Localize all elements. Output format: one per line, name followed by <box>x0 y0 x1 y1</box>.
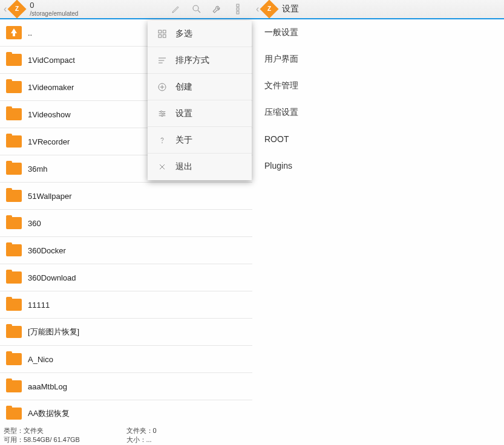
settings-item[interactable]: 一般设置 <box>252 19 504 46</box>
settings-item[interactable]: ROOT <box>252 126 504 152</box>
toolbar <box>168 1 250 18</box>
status-free-label: 可用： <box>4 436 24 443</box>
status-free-value: 58.54GB/ 61.47GB <box>24 436 80 443</box>
list-item[interactable]: 360Download <box>0 264 252 291</box>
menu-dots-icon[interactable] <box>229 1 246 18</box>
list-item[interactable]: aaaMtbLog <box>0 373 252 400</box>
folder-icon <box>6 135 22 148</box>
item-label: aaaMtbLog <box>28 382 252 391</box>
status-size-label: 大小： <box>126 436 146 443</box>
right-header: ‹ Z 设置 <box>252 0 504 19</box>
svg-rect-2 <box>237 8 239 10</box>
wrench-icon[interactable] <box>209 1 226 18</box>
item-label: 11111 <box>28 300 252 310</box>
list-item[interactable]: 11111 <box>0 291 252 319</box>
svg-rect-7 <box>163 34 166 37</box>
dropdown-label: 设置 <box>175 108 192 119</box>
exit-icon <box>155 160 169 174</box>
status-size-value: ... <box>146 436 152 443</box>
settings-item[interactable]: Plugins <box>252 152 504 179</box>
list-item[interactable]: [万能图片恢复] <box>0 319 252 346</box>
folder-icon <box>6 408 22 420</box>
right-pane: ‹ Z 设置 一般设置用户界面文件管理压缩设置ROOTPlugins <box>252 0 504 445</box>
options-dropdown: 多选排序方式创建设置关于退出 <box>148 21 252 180</box>
settings-list: 一般设置用户界面文件管理压缩设置ROOTPlugins <box>252 19 504 445</box>
item-label: [万能图片恢复] <box>28 326 252 337</box>
title-main: 0 <box>30 1 168 10</box>
path-title[interactable]: 0 /storage/emulated <box>30 1 168 16</box>
svg-rect-5 <box>163 30 166 33</box>
folder-icon <box>6 217 22 229</box>
title-sub: /storage/emulated <box>30 10 168 17</box>
list-item[interactable]: 360Docker <box>0 237 252 264</box>
settings-title: 设置 <box>282 4 299 15</box>
app-icon[interactable]: Z <box>8 0 27 19</box>
status-type-value: 文件夹 <box>24 427 44 434</box>
folder-icon <box>6 54 22 66</box>
dropdown-label: 多选 <box>175 28 192 39</box>
status-folder-value: 0 <box>153 427 157 434</box>
dropdown-item-exit[interactable]: 退出 <box>148 154 252 180</box>
create-icon <box>155 80 169 94</box>
folder-icon <box>6 163 22 175</box>
dropdown-item-grid[interactable]: 多选 <box>148 21 252 47</box>
dropdown-item-settings[interactable]: 设置 <box>148 100 252 127</box>
sort-icon <box>155 53 169 68</box>
svg-point-11 <box>162 115 163 117</box>
folder-icon <box>6 81 22 93</box>
status-type-label: 类型： <box>4 427 24 434</box>
item-label: AA数据恢复 <box>28 408 252 419</box>
dropdown-item-sort[interactable]: 排序方式 <box>148 47 252 74</box>
dropdown-label: 创建 <box>175 82 192 93</box>
settings-item[interactable]: 压缩设置 <box>252 99 504 126</box>
svg-rect-6 <box>159 34 162 37</box>
status-bar: 类型：文件夹 可用：58.54GB/ 61.47GB 文件夹：0 大小：... <box>0 425 252 445</box>
svg-rect-1 <box>237 4 239 7</box>
folder-icon <box>6 108 22 120</box>
dropdown-item-about[interactable]: 关于 <box>148 127 252 154</box>
svg-point-12 <box>162 142 163 143</box>
folder-icon <box>6 299 22 311</box>
svg-point-10 <box>163 112 165 114</box>
folder-icon <box>6 353 22 365</box>
item-label: A_Nico <box>28 355 252 364</box>
dropdown-item-create[interactable]: 创建 <box>148 74 252 100</box>
up-arrow-icon <box>6 26 22 39</box>
list-item[interactable]: 360 <box>0 210 252 237</box>
list-item[interactable]: A_Nico <box>0 346 252 373</box>
folder-icon <box>6 271 22 284</box>
svg-rect-4 <box>159 30 162 33</box>
app-icon[interactable]: Z <box>260 0 279 19</box>
settings-item[interactable]: 文件管理 <box>252 73 504 99</box>
left-header: ‹ Z 0 /storage/emulated <box>0 0 252 19</box>
edit-icon[interactable] <box>168 1 185 18</box>
folder-icon <box>6 190 22 202</box>
settings-icon <box>155 106 169 121</box>
status-folder-label: 文件夹： <box>126 427 153 434</box>
about-icon <box>155 133 169 148</box>
svg-point-9 <box>160 111 162 112</box>
dropdown-label: 排序方式 <box>175 55 209 66</box>
svg-point-0 <box>193 5 198 11</box>
dropdown-label: 退出 <box>175 161 192 172</box>
grid-icon <box>155 27 169 41</box>
folder-icon <box>6 326 22 338</box>
svg-rect-3 <box>237 11 239 14</box>
dropdown-label: 关于 <box>175 135 192 146</box>
list-item[interactable]: 51Wallpaper <box>0 183 252 210</box>
item-label: 360Download <box>28 273 252 282</box>
search-icon[interactable] <box>188 1 205 18</box>
settings-item[interactable]: 用户界面 <box>252 46 504 73</box>
list-item[interactable]: AA数据恢复 <box>0 400 252 425</box>
folder-icon <box>6 380 22 392</box>
folder-icon <box>6 244 22 256</box>
item-label: 360Docker <box>28 246 252 255</box>
item-label: 51Wallpaper <box>28 192 252 201</box>
item-label: 360 <box>28 219 252 228</box>
